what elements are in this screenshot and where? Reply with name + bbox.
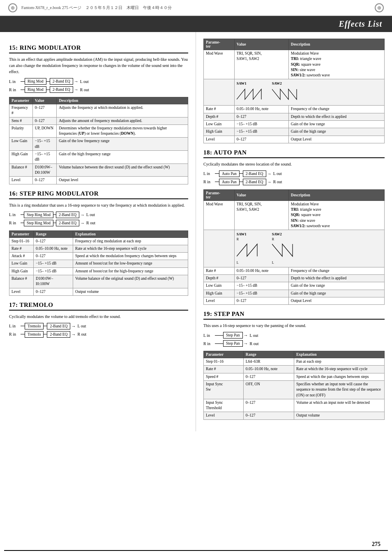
td-highgain-desc-18: Gain of the high range [288, 290, 384, 297]
sig-l-out-16: L out [86, 212, 95, 217]
table-row: Balance # D100:0W–D0:100W Volume balance… [9, 164, 188, 177]
td-param-19: Step 01–16 [204, 358, 244, 366]
section-15-desc: This is an effect that applies amplitude… [9, 56, 188, 75]
th-value-r: Value [234, 39, 288, 50]
sig-l-out-18: L out [273, 171, 282, 176]
table-row: Rate # 0.05–10.00 Hz, note Rate at which… [9, 245, 188, 252]
sig-box-eq2: 2-Band EQ [50, 86, 73, 93]
td-highgain-18: High Gain [204, 290, 235, 297]
td-param: Low Gain [9, 138, 33, 151]
header-text: Fantom-X678_r_e.book 275 ページ ２０５年５月１２日 木… [21, 5, 172, 11]
td-param: Polarity [9, 124, 33, 138]
table-row: High Gain −15– +15 dB Gain of the high r… [204, 290, 385, 297]
td-highgain-val: −15– +15 dB [234, 128, 288, 136]
sig-line-17b [44, 326, 47, 326]
sig-l-in: L in [9, 79, 21, 84]
section-15-table: Parameter Value Description Frequency # … [9, 97, 188, 184]
sig-line-18 [215, 173, 219, 174]
td-param-19e: Input SyncThreshold [204, 399, 244, 412]
table-row: Depth # 0–127 Depth to which the effect … [204, 274, 385, 282]
effects-banner: Effects List [0, 16, 392, 32]
td-rate-desc: Frequency of the change [288, 106, 384, 113]
sig-box-eq-18r: 2-Band EQ [243, 179, 266, 185]
td-value: 0–127 [32, 177, 56, 184]
banner-title: Effects List [339, 19, 382, 28]
sig-box-step-ring-mod-r: Step Ring Mod [24, 220, 53, 226]
td-empty [204, 79, 235, 106]
sig-box-step-ring-mod: Step Ring Mod [24, 212, 53, 218]
th-value: Value [32, 97, 56, 104]
td-param: Balance # [9, 275, 34, 288]
sig-r-in-17: R in [9, 332, 21, 336]
sig-line-16c [21, 223, 24, 223]
sig-l-out-19: L out [250, 333, 258, 338]
section-19: 19: STEP PAN This uses a 16-step sequenc… [203, 311, 385, 420]
sig-arrow-19r: → [244, 341, 248, 346]
td-param-19f: Level [204, 412, 244, 419]
section-19-table: Parameter Range Explanation Step 01–16 L… [203, 351, 385, 420]
signal-row-r19: R in Step Pan → R out [203, 340, 385, 347]
td-value: −15– +15 dB [32, 151, 56, 164]
sig-line-17 [21, 326, 25, 326]
td-param: Attack # [9, 253, 34, 260]
sig-box-ring-mod: Ring Mod [25, 78, 46, 85]
td-lowgain-desc: Gain of the low range [288, 120, 384, 128]
table-row: Balance # D100:0W–I0:100W Volume balance… [9, 275, 188, 288]
table-row: Low Gain −15– +15 dB Gain of the low ran… [204, 282, 385, 290]
signal-row-l17: L in Tremolo 2-Band EQ → L out [9, 323, 188, 329]
td-rate-val: 0.05–10.00 Hz, note [234, 106, 288, 113]
td-depth-val-18: 0–127 [234, 274, 288, 282]
td-level-desc-18: Output Level [288, 297, 384, 304]
table-row: Polarity UP, DOWN Determines whether the… [9, 124, 188, 138]
th-desc-18: Description [288, 189, 384, 200]
sig-box-eq-16: 2-Band EQ [56, 212, 79, 218]
td-highgain-desc: Gain of the high range [288, 128, 384, 136]
sig-box-autopan: Auto Pan [219, 170, 240, 177]
sig-r-in-18: R in [203, 180, 215, 184]
td-param-19d: Input SyncSw [204, 380, 244, 399]
td-lowgain: Low Gain [204, 120, 235, 128]
td-desc: Output volume [73, 288, 188, 295]
sig-arrow-18r: → [267, 180, 272, 184]
td-modwave: Mod Wave [204, 50, 235, 79]
sig-line-17d [44, 334, 47, 334]
section-18-signal-flow: L in Auto Pan 2-Band EQ → L out R in Aut… [203, 170, 385, 185]
td-desc: Amount of boost/cut for the low-frequenc… [73, 260, 188, 267]
table-row: Sens # 0–127 Adjusts the amount of frequ… [9, 117, 188, 124]
td-highgain-val-18: −15– +15 dB [234, 290, 288, 297]
th-desc: Description [57, 97, 188, 104]
td-level-desc: Output Level [288, 136, 384, 143]
td-value: −15– +15 dB [34, 267, 73, 275]
sig-line [21, 81, 25, 82]
page-header: ⊕ Fantom-X678_r_e.book 275 ページ ２０５年５月１２日… [0, 0, 392, 16]
td-desc: Determines whether the frequency modulat… [57, 124, 188, 138]
td-param-19c: Speed # [204, 373, 244, 380]
section-19-title: 19: STEP PAN [203, 311, 385, 320]
td-desc-19: Pan at each step [294, 358, 384, 366]
table-row: Low Gain −15– +15 dB Gain of the low fre… [9, 138, 188, 151]
td-wave-diagram: SAW1 SAW2 [234, 79, 384, 106]
section-17: 17: TREMOLO Cyclically modulates the vol… [9, 302, 188, 338]
page-number: 275 [372, 541, 380, 548]
sig-r-out-19: R out [250, 341, 259, 346]
sig-arrow: → [74, 79, 78, 84]
sig-r-out-16: R out [86, 221, 95, 225]
table-row-wave: SAW1 SAW2 [204, 79, 385, 106]
section-18-title: 18: AUTO PAN [203, 149, 385, 158]
td-desc-19b: Rate at which the 16-step sequence will … [294, 366, 384, 373]
table-row: Depth # 0–127 Depth to which the effect … [204, 113, 385, 120]
td-param: Low Gain [9, 260, 34, 267]
sig-arrow-19l: → [244, 333, 248, 338]
td-desc: Amount of boost/cut for the high-frequen… [73, 267, 188, 275]
td-level-val: 0–127 [234, 136, 288, 143]
table-row: Level 0–127 Output Level [204, 136, 385, 143]
signal-row-r17: R in Tremolo 2-Band EQ → R out [9, 331, 188, 338]
sig-r-out: R out [80, 88, 89, 92]
th-range-16: Range [34, 230, 73, 237]
sig-arrow-17l: → [71, 324, 76, 329]
td-value: 0–127 [34, 237, 73, 245]
td-rate-18: Rate # [204, 267, 235, 274]
td-desc-19d: Specifies whether an input note will cau… [294, 380, 384, 399]
th-value-18: Value [234, 189, 288, 200]
table-row: Mod Wave TRI, SQR, SIN,SAW1, SAW2 Modula… [204, 200, 385, 230]
